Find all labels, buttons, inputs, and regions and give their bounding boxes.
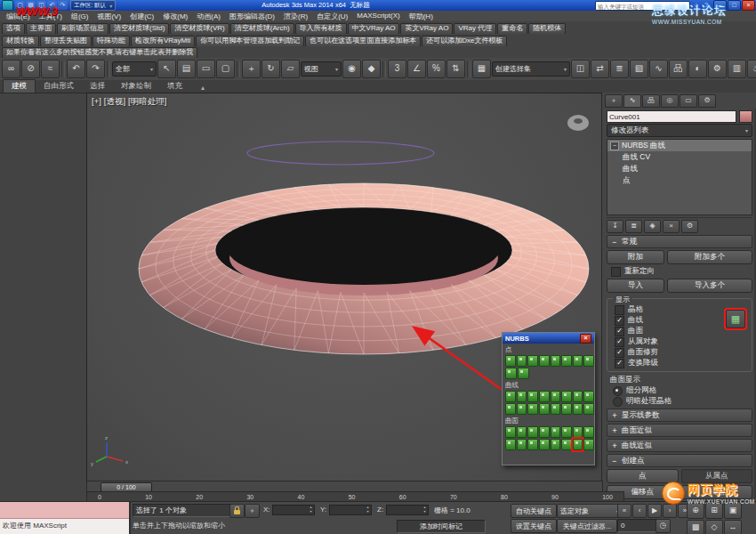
zoom-all-icon[interactable]: ⊞	[705, 503, 723, 519]
modifier-stack-item[interactable]: 点	[607, 174, 752, 186]
nurbs-tool-icon[interactable]	[539, 391, 550, 402]
y-coordinate-field[interactable]: ▴▾	[329, 505, 372, 515]
z-coordinate-field[interactable]: ▴▾	[386, 505, 429, 515]
window-crossing-icon[interactable]: ▢	[216, 60, 235, 78]
schematic-view-icon[interactable]: 品	[669, 60, 688, 78]
macro-button[interactable]: 你可以用脚本管理器加载到助记	[196, 36, 304, 47]
redo-icon[interactable]: ↷	[58, 1, 68, 10]
rollout-header-create-points[interactable]: − 创建点	[607, 454, 752, 467]
nurbs-tool-icon[interactable]	[561, 426, 572, 438]
modifier-list-dropdown[interactable]: 修改器列表 ▾	[607, 124, 752, 137]
nurbs-tool-icon[interactable]	[505, 368, 517, 379]
macro-button[interactable]: 检改所有VRayMtl	[131, 36, 195, 47]
render-icon[interactable]: ♨	[747, 60, 756, 78]
nurbs-tool-icon[interactable]	[505, 439, 516, 450]
curve-editor-icon[interactable]: ∿	[649, 60, 668, 78]
tab-create[interactable]: ＋	[605, 94, 623, 108]
nurbs-tool-icon[interactable]	[551, 426, 561, 438]
layer-manager-icon[interactable]: ≣	[610, 60, 629, 78]
ribbon-minimize-icon[interactable]: ▴	[197, 83, 208, 93]
rendered-frame-icon[interactable]: ▥	[728, 60, 746, 78]
ribbon-tab[interactable]: 建模	[3, 79, 36, 93]
nurbs-tool-icon[interactable]	[527, 439, 538, 450]
pan-icon[interactable]: ↔	[724, 520, 742, 534]
macro-button[interactable]: 清空材质球(Std)	[109, 23, 169, 35]
nurbs-tool-icon[interactable]	[583, 391, 594, 402]
nurbs-tool-icon[interactable]	[517, 426, 527, 438]
nurbs-tool-icon[interactable]	[539, 355, 550, 367]
select-rotate-icon[interactable]: ↻	[261, 60, 280, 78]
nurbs-tool-icon[interactable]	[539, 426, 550, 438]
nurbs-toolbox-titlebar[interactable]: NURBS ×	[503, 333, 594, 344]
zoom-icon[interactable]: ⊕	[687, 503, 704, 519]
modifier-stack-item[interactable]: −NURBS 曲线	[607, 140, 752, 151]
attach-multiple-button[interactable]: 附加多个	[667, 250, 752, 264]
zoom-extents-icon[interactable]: ▣	[724, 503, 742, 519]
selection-lock-toggle[interactable]	[229, 504, 245, 518]
angle-snap-icon[interactable]: ∠	[407, 60, 426, 78]
import-multiple-button[interactable]: 导入多个	[667, 279, 752, 293]
tab-motion[interactable]: ◎	[661, 94, 679, 108]
ribbon-tab[interactable]: 自由形式	[36, 80, 82, 93]
bind-spacewarp-icon[interactable]: ≈	[41, 60, 60, 78]
macro-recorder-line[interactable]	[0, 502, 129, 519]
app-logo-icon[interactable]	[2, 0, 13, 11]
nurbs-tool-icon[interactable]	[551, 391, 561, 402]
reference-coordinate-dropdown[interactable]: 视图▾	[301, 61, 342, 77]
menu-item[interactable]: 自定义(U)	[312, 12, 352, 21]
menu-item[interactable]: 组(G)	[67, 12, 93, 21]
snap-toggle-icon[interactable]: 3	[388, 60, 406, 78]
x-coordinate-field[interactable]: ▴▾	[272, 505, 315, 515]
play-button[interactable]: ▶	[647, 504, 662, 518]
menu-item[interactable]: 帮助(H)	[405, 12, 438, 21]
attach-button[interactable]: 附加	[607, 250, 664, 264]
select-move-icon[interactable]: ＋	[242, 60, 261, 78]
nurbs-tool-icon[interactable]	[573, 439, 583, 450]
spinner-icon[interactable]: ▴▾	[422, 505, 428, 514]
menu-item[interactable]: 渲染(R)	[279, 12, 312, 21]
nurbs-creation-toolbox-button[interactable]: ▦	[726, 310, 745, 328]
object-name-field[interactable]	[607, 110, 736, 123]
nurbs-tool-icon[interactable]	[527, 426, 538, 438]
ribbon-tab[interactable]: 选择	[82, 80, 113, 93]
nurbs-tool-icon[interactable]	[551, 439, 561, 450]
show-end-result-icon[interactable]: ≣	[625, 220, 642, 233]
nurbs-tool-icon[interactable]	[551, 403, 561, 415]
collapse-icon[interactable]: −	[610, 142, 619, 150]
import-button[interactable]: 导入	[607, 279, 664, 293]
macro-button[interactable]: 整理丢失贴图	[40, 36, 92, 47]
tab-modify[interactable]: ∿	[623, 94, 641, 108]
nurbs-tool-icon[interactable]	[583, 403, 594, 415]
rollout-header-general[interactable]: − 常规	[607, 235, 752, 248]
selection-region-icon[interactable]: ▭	[197, 60, 215, 78]
nurbs-tool-icon[interactable]	[573, 403, 583, 415]
ribbon-tab[interactable]: 填充	[159, 80, 190, 93]
workspace-dropdown[interactable]: 工作区: 默认 ▾	[70, 0, 116, 11]
menu-item[interactable]: 视图(V)	[92, 12, 125, 21]
nurbs-tool-icon[interactable]	[517, 355, 527, 367]
display-checkbox[interactable]: ✓变换降级	[615, 358, 748, 368]
select-by-name-icon[interactable]: ▤	[177, 60, 196, 78]
select-object-icon[interactable]: ↖	[157, 60, 176, 78]
percent-snap-icon[interactable]: %	[427, 60, 446, 78]
time-tag-field[interactable]: 添加时间标记	[397, 520, 486, 533]
selected-object-dropdown[interactable]: 选定对象▾	[557, 504, 623, 518]
nurbs-tool-icon[interactable]	[505, 426, 516, 438]
nurbs-tool-icon[interactable]	[527, 391, 538, 402]
maxscript-mini-listener[interactable]: 欢迎使用 MAXScript	[0, 502, 131, 534]
nurbs-tool-icon[interactable]	[561, 391, 572, 402]
menu-item[interactable]: 动画(A)	[192, 12, 225, 21]
nurbs-tool-icon[interactable]	[573, 355, 583, 367]
align-icon[interactable]: ⇄	[591, 60, 609, 78]
spinner-icon[interactable]: ▴▾	[308, 505, 314, 514]
modifier-stack-item[interactable]: 曲线	[607, 163, 752, 174]
auto-key-button[interactable]: 自动关键点	[511, 504, 557, 518]
macro-button[interactable]: 英文VRay AO	[400, 23, 453, 35]
time-config-icon[interactable]: ◷	[655, 519, 671, 533]
nurbs-tool-icon[interactable]	[561, 439, 572, 450]
key-filters-button[interactable]: 关键点过滤器...	[557, 519, 617, 533]
close-icon[interactable]: ×	[580, 334, 591, 344]
viewport-menu-view[interactable]: [透视]	[104, 96, 125, 108]
set-key-button[interactable]: 设置关键点	[511, 519, 557, 533]
nurbs-tool-icon[interactable]	[527, 403, 538, 415]
